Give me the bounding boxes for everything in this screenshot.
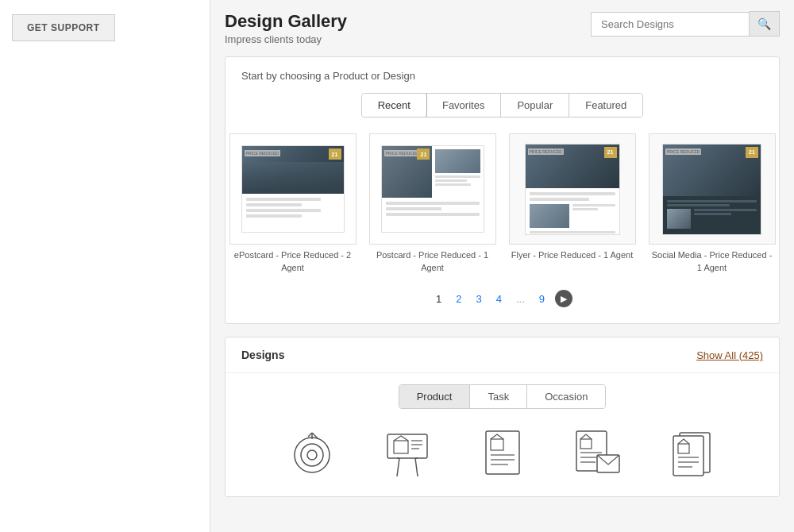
- design-icon-multi-page[interactable]: [665, 425, 721, 480]
- design-thumbnail-4: PRICE REDUCED 21: [649, 133, 776, 245]
- tab-favorites[interactable]: Favorites: [426, 94, 501, 117]
- tab-task[interactable]: Task: [470, 385, 527, 408]
- design-icon-flyer[interactable]: [475, 425, 530, 480]
- section-intro: Start by choosing a Product or Design: [241, 70, 763, 82]
- email-flyer-icon: [570, 425, 626, 480]
- svg-line-6: [397, 458, 399, 476]
- design-label-4: Social Media - Price Reduced - 1 Agent: [649, 249, 776, 274]
- design-thumbnail-1: PRICE REDUCED 21: [229, 133, 357, 245]
- design-card-epostcard[interactable]: PRICE REDUCED 21 ePostcard - Price Re: [229, 133, 357, 274]
- page-9[interactable]: 9: [535, 291, 549, 306]
- design-grid: PRICE REDUCED 21 ePostcard - Price Re: [241, 133, 763, 274]
- pagination-next-button[interactable]: ▶: [555, 290, 572, 307]
- design-label-1: ePostcard - Price Reduced - 2 Agent: [229, 249, 357, 274]
- design-card-postcard[interactable]: PRICE REDUCED 21: [369, 133, 496, 274]
- page-1[interactable]: 1: [432, 291, 445, 306]
- page-4[interactable]: 4: [492, 291, 506, 306]
- pagination: 1 2 3 4 ... 9 ▶: [241, 290, 763, 307]
- page-header: Design Gallery Impress clients today 🔍: [225, 11, 780, 45]
- tab-popular[interactable]: Popular: [501, 94, 569, 117]
- design-icon-email-flyer[interactable]: [570, 425, 626, 480]
- search-button[interactable]: 🔍: [750, 11, 780, 37]
- page-3[interactable]: 3: [472, 291, 485, 306]
- svg-point-2: [307, 450, 317, 460]
- design-icons-row: [241, 425, 763, 480]
- svg-point-1: [301, 444, 323, 466]
- main-content: Design Gallery Impress clients today 🔍 S…: [210, 0, 794, 532]
- search-container: 🔍: [591, 11, 780, 37]
- page-title: Design Gallery: [225, 11, 347, 32]
- multi-page-icon: [665, 425, 721, 480]
- get-support-button[interactable]: GET SUPPORT: [12, 14, 115, 41]
- product-tab-group: Product Task Occasion: [399, 384, 607, 409]
- design-thumbnail-2: PRICE REDUCED 21: [369, 133, 496, 245]
- tab-featured[interactable]: Featured: [569, 94, 642, 117]
- flyer-icon: [475, 425, 530, 480]
- gallery-tabs: Recent Favorites Popular Featured: [241, 93, 763, 118]
- svg-rect-11: [394, 441, 408, 453]
- tab-occasion[interactable]: Occasion: [527, 385, 605, 408]
- show-all-link[interactable]: Show All (425): [696, 349, 763, 361]
- search-input[interactable]: [591, 12, 750, 37]
- search-icon: 🔍: [757, 17, 771, 30]
- target-icon: [284, 425, 340, 480]
- product-tabs: Product Task Occasion: [241, 384, 763, 409]
- page-ellipsis: ...: [512, 291, 529, 306]
- design-icon-target[interactable]: [284, 425, 340, 480]
- svg-point-0: [295, 438, 330, 472]
- svg-rect-15: [486, 431, 519, 474]
- tab-product[interactable]: Product: [399, 385, 471, 408]
- designs-header: Designs Show All (425): [225, 337, 779, 373]
- design-label-2: Postcard - Price Reduced - 1 Agent: [369, 249, 496, 274]
- billboard-icon: [380, 425, 435, 480]
- design-thumbnail-3: PRICE REDUCED 21: [509, 133, 636, 245]
- page-title-block: Design Gallery Impress clients today: [225, 11, 347, 45]
- design-card-social[interactable]: PRICE REDUCED 21: [649, 133, 776, 274]
- svg-rect-16: [491, 439, 503, 450]
- designs-section: Designs Show All (425) Product Task Occa…: [225, 337, 780, 497]
- designs-title: Designs: [241, 349, 284, 361]
- page-2[interactable]: 2: [452, 291, 465, 306]
- tab-group: Recent Favorites Popular Featured: [361, 93, 644, 118]
- tab-recent[interactable]: Recent: [361, 93, 427, 118]
- design-card-flyer[interactable]: PRICE REDUCED 21: [509, 133, 636, 274]
- page-subtitle: Impress clients today: [225, 33, 347, 45]
- designs-body: Product Task Occasion: [225, 373, 779, 496]
- design-icon-billboard[interactable]: [380, 425, 435, 480]
- design-label-3: Flyer - Price Reduced - 1 Agent: [509, 249, 636, 261]
- gallery-section: Start by choosing a Product or Design Re…: [225, 56, 780, 324]
- sidebar: GET SUPPORT: [0, 0, 210, 532]
- svg-rect-21: [580, 439, 592, 449]
- svg-rect-27: [673, 436, 703, 476]
- svg-line-7: [415, 458, 418, 476]
